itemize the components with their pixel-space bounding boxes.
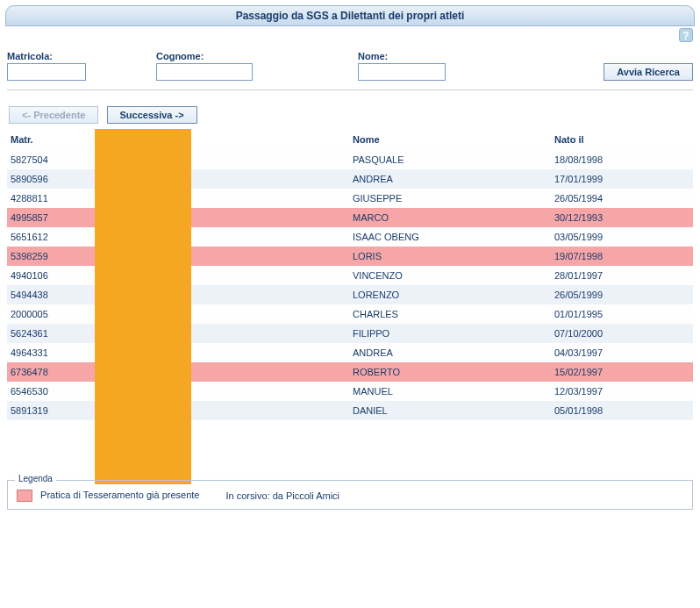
cell-nome: MANUEL xyxy=(349,382,551,401)
cognome-label: Cognome: xyxy=(156,51,358,61)
legend-item-present: Pratica di Tesseramento già presente xyxy=(17,490,199,502)
cell-matr: 5651612 xyxy=(7,227,95,247)
nome-label: Nome: xyxy=(358,51,525,61)
cell-nato: 03/05/1999 xyxy=(551,227,693,247)
cell-matr: 4940106 xyxy=(7,266,95,285)
redaction-overlay xyxy=(95,129,191,484)
cell-nato: 07/10/2000 xyxy=(551,324,693,343)
cell-nome: CHARLES xyxy=(349,304,551,324)
cell-nome: VINCENZO xyxy=(349,266,551,285)
cell-nome: ANDREA xyxy=(349,343,551,362)
matricola-input[interactable] xyxy=(7,63,86,81)
cell-nato: 26/05/1999 xyxy=(551,285,693,304)
cell-nato: 01/01/1995 xyxy=(551,304,693,324)
cell-matr: 5494438 xyxy=(7,285,95,304)
col-header-nato: Nato il xyxy=(551,129,693,150)
nome-input[interactable] xyxy=(358,63,446,81)
cell-matr: 5398259 xyxy=(7,247,95,266)
cell-matr: 2000005 xyxy=(7,304,95,324)
page-title: Passaggio da SGS a Dilettanti dei propri… xyxy=(236,10,465,22)
cell-nato: 17/01/1999 xyxy=(551,169,693,189)
cell-nome: PASQUALE xyxy=(349,150,551,169)
cell-nato: 05/01/1998 xyxy=(551,401,693,420)
pager: <- Precedente Successiva -> xyxy=(9,106,693,124)
help-icon[interactable]: ? xyxy=(679,28,693,42)
cell-nome: ROBERTO xyxy=(349,362,551,382)
cell-matr: 5827504 xyxy=(7,150,95,169)
cell-nome: MARCO xyxy=(349,208,551,227)
cell-nato: 19/07/1998 xyxy=(551,247,693,266)
cell-nome: LORIS xyxy=(349,247,551,266)
cell-nome: GIUSEPPE xyxy=(349,189,551,208)
legend-swatch-icon xyxy=(17,490,32,502)
cell-nato: 12/03/1997 xyxy=(551,382,693,401)
cell-nome: ISAAC OBENG xyxy=(349,227,551,247)
cell-nome: ANDREA xyxy=(349,169,551,189)
cell-matr: 4995857 xyxy=(7,208,95,227)
legend-item-corsivo: In corsivo: da Piccoli Amici xyxy=(225,490,339,501)
next-page-button[interactable]: Successiva -> xyxy=(107,106,197,124)
cell-nome: LORENZO xyxy=(349,285,551,304)
page-title-bar: Passaggio da SGS a Dilettanti dei propri… xyxy=(5,5,695,26)
cell-matr: 6546530 xyxy=(7,382,95,401)
cell-nome: FILIPPO xyxy=(349,324,551,343)
cell-nato: 04/03/1997 xyxy=(551,343,693,362)
cell-nato: 18/08/1998 xyxy=(551,150,693,169)
cell-matr: 5890596 xyxy=(7,169,95,189)
prev-page-button: <- Precedente xyxy=(9,106,98,124)
cell-nato: 15/02/1997 xyxy=(551,362,693,382)
cell-nato: 28/01/1997 xyxy=(551,266,693,285)
cell-matr: 4288811 xyxy=(7,189,95,208)
col-header-nome: Nome xyxy=(349,129,551,150)
cognome-input[interactable] xyxy=(156,63,253,81)
cell-matr: 6736478 xyxy=(7,362,95,382)
cell-matr: 5624361 xyxy=(7,324,95,343)
legend-box: Legenda Pratica di Tesseramento già pres… xyxy=(7,480,693,510)
results-grid: Matr. Nome Nato il 5827504PASQUALE18/08/… xyxy=(7,129,693,420)
cell-nato: 26/05/1994 xyxy=(551,189,693,208)
cell-matr: 4964331 xyxy=(7,343,95,362)
cell-nome: DANIEL xyxy=(349,401,551,420)
col-header-matr: Matr. xyxy=(7,129,95,150)
legend-title: Legenda xyxy=(15,474,56,483)
cell-matr: 5891319 xyxy=(7,401,95,420)
matricola-label: Matricola: xyxy=(7,51,156,61)
cell-nato: 30/12/1993 xyxy=(551,208,693,227)
search-button[interactable]: Avvia Ricerca xyxy=(604,63,693,81)
search-form: Matricola: Cognome: Nome: Avvia Ricerca xyxy=(7,33,693,90)
